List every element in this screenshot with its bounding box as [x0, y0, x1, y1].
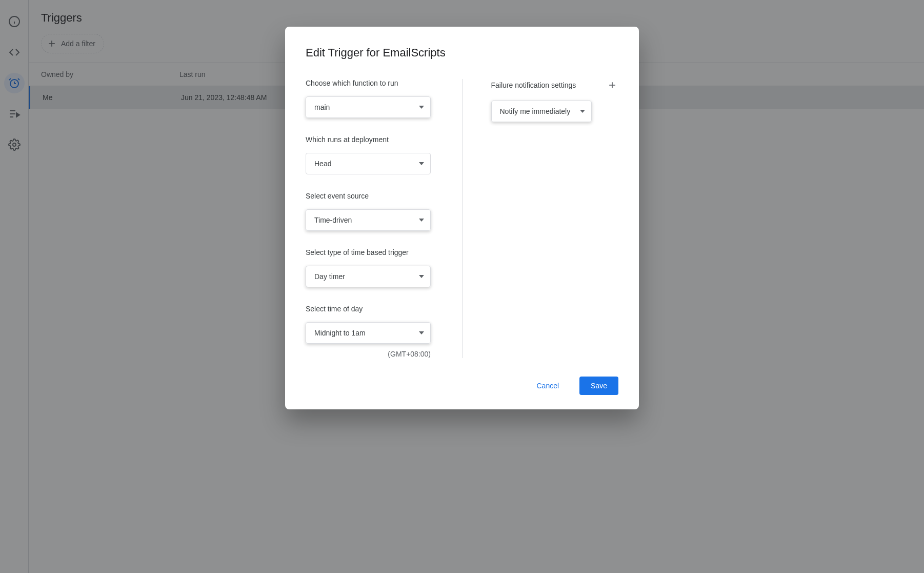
function-label: Choose which function to run — [306, 79, 433, 87]
deployment-label: Which runs at deployment — [306, 135, 433, 144]
chevron-down-icon — [580, 109, 585, 114]
svg-marker-17 — [419, 219, 424, 222]
time-of-day-value: Midnight to 1am — [314, 329, 366, 337]
time-trigger-type-select[interactable]: Day timer — [306, 266, 431, 287]
event-source-select[interactable]: Time-driven — [306, 209, 431, 231]
svg-marker-22 — [580, 110, 585, 113]
plus-icon — [607, 80, 617, 90]
modal-overlay[interactable]: Edit Trigger for EmailScripts Choose whi… — [0, 0, 924, 573]
function-value: main — [314, 103, 330, 111]
svg-marker-16 — [419, 162, 424, 165]
deployment-select[interactable]: Head — [306, 153, 431, 174]
modal-title: Edit Trigger for EmailScripts — [306, 46, 618, 60]
time-trigger-type-label: Select type of time based trigger — [306, 248, 433, 256]
add-notification-button[interactable] — [606, 79, 618, 91]
notification-label: Failure notification settings — [491, 81, 576, 89]
save-button[interactable]: Save — [579, 377, 618, 395]
time-of-day-select[interactable]: Midnight to 1am — [306, 322, 431, 344]
chevron-down-icon — [419, 161, 424, 166]
cancel-button[interactable]: Cancel — [525, 377, 570, 395]
deployment-value: Head — [314, 160, 331, 168]
svg-marker-19 — [419, 331, 424, 334]
function-select[interactable]: main — [306, 96, 431, 118]
chevron-down-icon — [419, 218, 424, 223]
chevron-down-icon — [419, 330, 424, 335]
chevron-down-icon — [419, 274, 424, 279]
timezone-note: (GMT+08:00) — [306, 350, 431, 358]
event-source-value: Time-driven — [314, 216, 352, 224]
time-of-day-label: Select time of day — [306, 305, 433, 313]
chevron-down-icon — [419, 105, 424, 110]
notification-select[interactable]: Notify me immediately — [491, 101, 592, 122]
event-source-label: Select event source — [306, 192, 433, 200]
notification-value: Notify me immediately — [500, 107, 571, 115]
time-trigger-type-value: Day timer — [314, 272, 345, 281]
svg-marker-18 — [419, 275, 424, 278]
svg-marker-15 — [419, 106, 424, 109]
edit-trigger-modal: Edit Trigger for EmailScripts Choose whi… — [285, 27, 639, 409]
